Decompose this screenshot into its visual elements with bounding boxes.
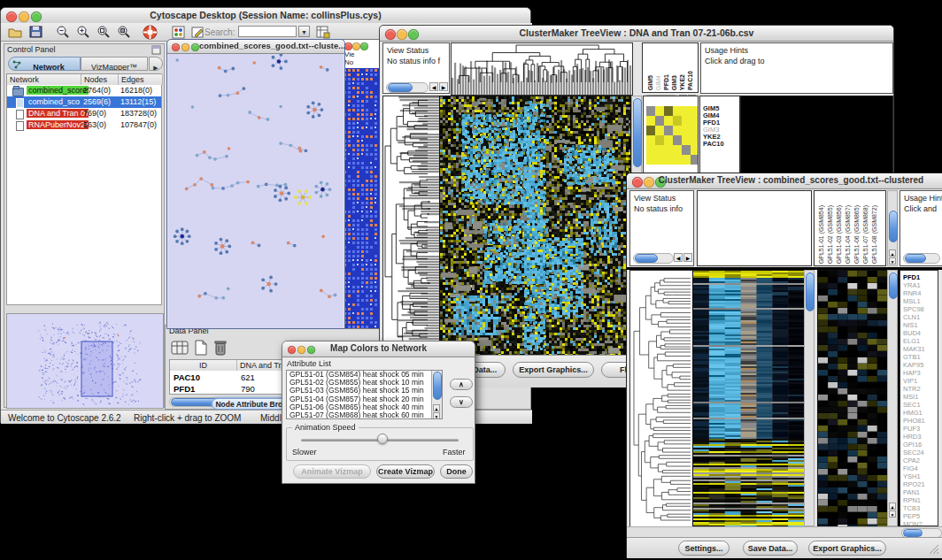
column-labels-vscrollbar[interactable]: ▲ ▼ [887,190,898,266]
column-labels-panel[interactable]: GPL51-01 (GSM854)GPL51-02 (GSM855)GPL51-… [814,190,886,266]
row-label[interactable]: PAC10 [700,141,739,148]
column-label[interactable]: YKE2 [678,74,686,90]
network-list-row[interactable]: DNA and Tran 07769(0)183728(0) [7,108,161,119]
attribute-editor-icon[interactable] [316,26,330,39]
usage-hints-hscrollbar[interactable] [903,253,940,264]
scroll-right-arrow[interactable]: ▶ [683,253,692,262]
help-icon[interactable] [143,25,158,40]
attribute-list[interactable]: ▲ ▼ GPL51-01 (GSM854) heat shock 05 minG… [286,370,443,419]
main-heatmap[interactable] [692,270,805,528]
gene-label[interactable]: NTR2 [900,385,938,393]
table-cell-id[interactable]: PAC10 [174,372,200,382]
gene-label[interactable]: MSL1 [900,297,938,305]
scroll-right-arrow[interactable]: ▶ [439,82,448,91]
zoom-button[interactable] [191,43,199,51]
column-label[interactable]: GPL51-07 (GSM868) [861,205,869,264]
gene-label[interactable]: PUF3 [900,425,938,433]
tab-overflow-button[interactable]: ▶ [149,57,163,71]
gene-label[interactable]: FIG4 [900,464,938,472]
dialog-titlebar[interactable]: Map Colors to Network [282,341,475,357]
tab-network[interactable]: Network [8,57,81,71]
column-dendrogram[interactable] [451,42,633,96]
gene-label[interactable]: SEC1 [900,401,938,409]
settings-button[interactable]: Settings... [678,541,730,556]
save-data-button[interactable]: Save Data... [743,541,798,556]
animate-vizmap-button[interactable]: Animate Vizmap [293,464,371,479]
delete-attribute-icon[interactable] [213,339,228,356]
zoom-out-icon[interactable] [56,25,70,39]
treeview2-titlebar[interactable]: ClusterMaker TreeView : combined_scores_… [627,173,942,189]
gene-label[interactable]: YSH1 [900,472,938,480]
column-label[interactable]: GPL51-04 (GSM857) [844,205,852,264]
gene-label[interactable]: PAN1 [900,488,938,496]
export-graphics-button[interactable]: Export Graphics... [808,541,886,556]
row-dendrogram[interactable] [629,270,693,528]
column-label[interactable]: PFD1 [662,74,670,90]
column-dendrogram-panel[interactable] [697,190,812,266]
search-input[interactable] [238,26,297,37]
gene-label[interactable]: RNR4 [900,289,938,297]
gene-label[interactable]: PFD1 [900,273,938,281]
create-vizmap-button[interactable]: Create Vizmap [376,464,435,479]
attribute-list-vscrollbar[interactable]: ▲ ▼ [431,371,442,419]
minimize-button[interactable] [352,42,360,50]
table-cell-id[interactable]: PFD1 [174,384,195,394]
network-list-row[interactable]: RNAPuberNov2+563(0)107847(0) [7,119,161,131]
gene-label[interactable]: SEC24 [900,449,938,456]
float-panel-icon[interactable] [151,45,161,55]
gene-list-vscrollbar[interactable]: ▲ ▼ [887,270,898,526]
move-down-button[interactable]: ∨ [450,396,473,408]
gene-label[interactable]: HAP3 [900,369,938,377]
gene-label[interactable]: HRD3 [900,433,938,441]
column-labels-panel[interactable]: GIM5GIM4PFD1GIM3YKE2PAC10 [642,42,699,93]
annotation-icon[interactable] [191,26,205,39]
scroll-up-arrow[interactable]: ▲ [889,249,896,257]
view-status-hscrollbar[interactable] [633,253,674,264]
attribute-list-item[interactable]: GPL51-07 (GSM868) heat shock 60 min [287,411,442,419]
cytopanel-icon[interactable] [172,26,185,39]
birdseye-view[interactable] [6,313,164,409]
gene-label[interactable]: MAK31 [900,345,938,353]
scroll-down-arrow[interactable]: ▼ [889,257,896,265]
gene-label[interactable]: SPC98 [900,305,938,313]
bottom-scroll-row[interactable] [627,526,942,537]
table-cell-value[interactable]: 790 [241,384,255,394]
column-label[interactable]: GIM4 [654,75,662,90]
minimize-button[interactable] [181,43,189,51]
close-button[interactable] [172,43,180,51]
speed-slider-thumb[interactable] [377,433,388,444]
scroll-left-arrow[interactable]: ◀ [674,253,683,262]
network-list-row[interactable]: combined_sco2569(6)13112(15) [7,96,161,108]
zoom-fit-icon[interactable] [97,25,111,39]
row-dendrogram[interactable] [382,96,440,357]
zoom-in-icon[interactable] [76,25,90,39]
network-list-row[interactable]: combined_scores2764(0)16218(0) [7,85,161,96]
export-graphics-button[interactable]: Export Graphics... [513,362,594,378]
gene-label[interactable]: RPN1 [900,496,938,504]
table-icon[interactable] [171,340,189,356]
column-label[interactable]: GPL51-03 (GSM856) [835,205,843,264]
main-heatmap[interactable] [439,96,631,357]
gene-label[interactable]: VIP1 [900,377,938,385]
scroll-down-arrow[interactable]: ▼ [433,412,440,419]
gene-label[interactable]: ELG1 [900,337,938,345]
gene-label[interactable]: KAP95 [900,361,938,369]
search-dropdown-arrow[interactable]: ▼ [298,26,310,37]
gene-label[interactable]: NIS1 [900,321,938,329]
column-label[interactable]: GIM3 [670,75,678,90]
column-label[interactable]: GPL51-02 (GSM855) [826,205,834,264]
gene-label[interactable]: CPA2 [900,456,938,464]
column-label[interactable]: PAC10 [686,71,694,90]
gene-labels-panel[interactable]: PFD1YRA1RNR4MSL1SPC98CLN1NIS1BUD4ELG1MAK… [900,270,938,526]
gene-label[interactable]: RPO21 [900,480,938,488]
column-label[interactable]: GPL51-08 (GSM872) [870,205,878,264]
main-titlebar[interactable]: Cytoscape Desktop (Session Name: collins… [1,8,530,24]
column-label[interactable]: GIM5 [646,75,654,90]
scroll-left-arrow[interactable]: ◀ [429,82,438,91]
column-label[interactable]: GPL51-01 (GSM854) [817,205,825,264]
gene-label[interactable]: GTB1 [900,353,938,361]
zoom-heatmap[interactable] [817,270,888,528]
dense-network-view[interactable] [343,68,381,328]
tab-vizmapper[interactable]: VizMapper™ [81,57,148,71]
table-cell-value[interactable]: 621 [241,372,255,382]
